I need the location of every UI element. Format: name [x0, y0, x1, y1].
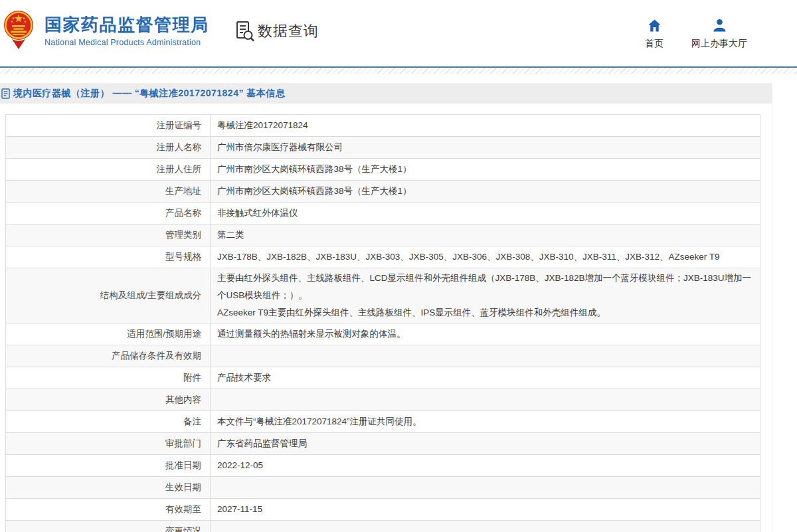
row-label: 变更情况 — [6, 521, 211, 532]
row-value: 第二类 — [211, 224, 760, 246]
table-row: 注册人住所 广州市南沙区大岗镇环镇西路38号（生产大楼1） — [6, 159, 760, 181]
row-label: 生产地址 — [6, 181, 211, 203]
header-hatch-band — [0, 68, 797, 74]
table-row: 其他内容 — [6, 389, 760, 411]
page-title: 境内医疗器械（注册） —— “粤械注准20172071824” 基本信息 — [13, 88, 285, 100]
row-value: 广州市南沙区大岗镇环镇西路38号（生产大楼1） — [211, 181, 760, 203]
table-row: 管理类别 第二类 — [6, 224, 760, 246]
table-row: 附件 产品技术要求 — [6, 367, 760, 389]
table-row: 生产地址 广州市南沙区大岗镇环镇西路38号（生产大楼1） — [6, 181, 760, 203]
document-search-icon — [236, 21, 254, 42]
data-query-section[interactable]: 数据查询 — [236, 21, 319, 42]
nav-service-hall[interactable]: 网上办事大厅 — [691, 18, 747, 50]
row-value: 2027-11-15 — [211, 499, 760, 521]
table-row: 适用范围/预期用途 通过测量额头的热辐射来显示被测对象的体温。 — [6, 323, 760, 345]
row-label: 其他内容 — [6, 389, 211, 411]
nmpa-logo[interactable]: 国家药品监督管理局 National Medical Products Admi… — [3, 9, 209, 50]
table-row: 产品名称 非接触式红外体温仪 — [6, 203, 760, 224]
row-label: 生效日期 — [6, 477, 211, 499]
row-label: 审批部门 — [6, 433, 211, 455]
data-query-label: 数据查询 — [258, 21, 319, 41]
table-row: 注册证编号 粤械注准20172071824 — [6, 115, 760, 137]
row-label: 结构及组成/主要组成成分 — [6, 268, 211, 323]
row-value: 产品技术要求 — [211, 367, 760, 389]
row-value: 非接触式红外体温仪 — [211, 203, 760, 224]
row-value: 2022-12-05 — [211, 455, 760, 477]
header-nav: 首页 网上办事大厅 — [645, 18, 747, 50]
row-value: JXB-178B、JXB-182B、JXB-183U、JXB-303、JXB-3… — [211, 246, 760, 268]
table-row: 结构及组成/主要组成成分 主要由红外探头组件、主线路板组件、LCD显示组件和外壳… — [6, 268, 760, 323]
row-value: 广州市南沙区大岗镇环镇西路38号（生产大楼1） — [211, 159, 760, 181]
home-icon — [647, 18, 662, 33]
row-value: 粤械注准20172071824 — [211, 115, 760, 137]
info-table-body: 注册证编号 粤械注准20172071824 注册人名称 广州市倍尔康医疗器械有限… — [6, 115, 760, 532]
page-title-bar: 境内医疗器械（注册） —— “粤械注准20172071824” 基本信息 — [0, 83, 772, 104]
row-value — [211, 521, 760, 532]
row-label: 备注 — [6, 411, 211, 433]
table-row: 批准日期 2022-12-05 — [6, 455, 760, 477]
org-subtitle: National Medical Products Administration — [44, 38, 209, 47]
table-row: 产品储存条件及有效期 — [6, 345, 760, 367]
table-row: 注册人名称 广州市倍尔康医疗器械有限公司 — [6, 137, 760, 159]
row-value — [211, 345, 760, 367]
row-value: 本文件与“粤械注准20172071824”注册证共同使用。 — [211, 411, 760, 433]
table-row: 备注 本文件与“粤械注准20172071824”注册证共同使用。 — [6, 411, 760, 433]
site-header: 国家药品监督管理局 National Medical Products Admi… — [0, 0, 797, 66]
registration-info-table: 注册证编号 粤械注准20172071824 注册人名称 广州市倍尔康医疗器械有限… — [5, 114, 760, 532]
row-label: 产品储存条件及有效期 — [6, 345, 211, 367]
nav-service-hall-label: 网上办事大厅 — [691, 38, 747, 50]
row-value: 主要由红外探头组件、主线路板组件、LCD显示组件和外壳组件组成（JXB-178B… — [211, 268, 760, 323]
table-row: 生效日期 — [6, 477, 760, 499]
row-label: 注册证编号 — [6, 115, 211, 137]
table-row: 变更情况 — [6, 521, 760, 532]
row-value: 广东省药品监督管理局 — [211, 433, 760, 455]
national-emblem-icon — [3, 9, 34, 50]
row-label: 注册人名称 — [6, 137, 211, 159]
table-row: 型号规格 JXB-178B、JXB-182B、JXB-183U、JXB-303、… — [6, 246, 760, 268]
table-row: 有效期至 2027-11-15 — [6, 499, 760, 521]
row-label: 注册人住所 — [6, 159, 211, 181]
nav-home-label: 首页 — [645, 38, 664, 50]
row-value — [211, 477, 760, 499]
row-label: 批准日期 — [6, 455, 211, 477]
page-doc-icon — [1, 88, 11, 99]
nav-home[interactable]: 首页 — [645, 18, 664, 50]
row-label: 产品名称 — [6, 203, 211, 224]
row-value — [211, 389, 760, 411]
row-label: 附件 — [6, 367, 211, 389]
row-label: 型号规格 — [6, 246, 211, 268]
org-text: 国家药品监督管理局 National Medical Products Admi… — [44, 9, 209, 47]
row-label: 管理类别 — [6, 224, 211, 246]
row-label: 适用范围/预期用途 — [6, 323, 211, 345]
content-container: 境内医疗器械（注册） —— “粤械注准20172071824” 基本信息 注册证… — [0, 83, 772, 532]
user-icon — [712, 18, 727, 33]
row-label: 有效期至 — [6, 499, 211, 521]
org-title: 国家药品监督管理局 — [44, 15, 209, 35]
row-value: 通过测量额头的热辐射来显示被测对象的体温。 — [211, 323, 760, 345]
table-row: 审批部门 广东省药品监督管理局 — [6, 433, 760, 455]
row-value: 广州市倍尔康医疗器械有限公司 — [211, 137, 760, 159]
